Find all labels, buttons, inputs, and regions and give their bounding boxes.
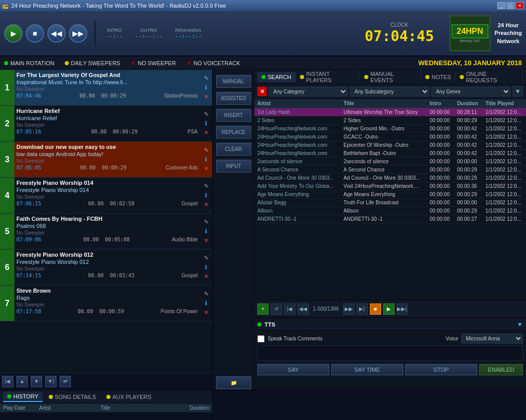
play-button[interactable]: ▶ bbox=[4, 24, 23, 43]
folder-icon-btn[interactable]: 📁 bbox=[216, 376, 251, 389]
tts-say-button[interactable]: SAY bbox=[257, 364, 329, 375]
tts-expand-button[interactable]: ▼ bbox=[517, 321, 523, 328]
next-button[interactable]: ▶▶ bbox=[69, 24, 87, 43]
playlist-item-7[interactable]: 7 Steve Brown Rags No Sweeper 07:17:58 0… bbox=[0, 285, 212, 321]
search-result-row-13[interactable]: ANDRETTI-30 -1 ANDRETTI-30 -1 00:00:00 0… bbox=[254, 215, 526, 223]
filter-options-button[interactable]: ▼ bbox=[513, 86, 523, 97]
item-remove-3[interactable]: ✕ bbox=[202, 165, 210, 173]
tts-stop-button[interactable]: STOP bbox=[405, 364, 477, 375]
page-first-button[interactable]: |◀ bbox=[284, 303, 295, 315]
mid-btn-clear[interactable]: CLEAR bbox=[216, 143, 251, 156]
history-tab-history[interactable]: HISTORY bbox=[3, 392, 43, 402]
category-filter[interactable]: Any Category bbox=[269, 87, 348, 97]
item-number-2: 2 bbox=[0, 106, 14, 141]
tab-dot-INSTANT PLAYERS bbox=[300, 75, 304, 79]
search-result-row-11[interactable]: Alistair Begg Truth For Life Broadcast 0… bbox=[254, 199, 526, 207]
tts-speak-checkbox[interactable] bbox=[257, 335, 265, 342]
result-title-4: Epicenter Of Worship -Outro bbox=[341, 141, 427, 149]
item-info-1[interactable]: ℹ bbox=[202, 84, 210, 92]
playlist-item-4[interactable]: 4 Freestyle Piano Worship 014 Freestyle … bbox=[0, 178, 212, 214]
stop-playback-button[interactable]: ■ bbox=[370, 303, 381, 315]
playlist-item-5[interactable]: 5 Faith Comes By Hearing - FCBH Psalms 0… bbox=[0, 214, 212, 250]
search-result-row-2[interactable]: 24HourPreachingNetwork.com Higher Ground… bbox=[254, 125, 526, 133]
stop-button[interactable]: ■ bbox=[26, 24, 44, 43]
history-tab-song-details[interactable]: SONG DETAILS bbox=[45, 392, 100, 402]
maximize-button[interactable]: □ bbox=[506, 2, 515, 9]
tab-dot-SEARCH bbox=[261, 75, 266, 79]
item-edit-6[interactable]: ✎ bbox=[202, 254, 210, 262]
item-edit-7[interactable]: ✎ bbox=[202, 290, 210, 298]
search-tab-notes[interactable]: NOTES bbox=[421, 72, 456, 82]
search-result-row-3[interactable]: 24HourPreachingNetwork.com GCACC -Outro … bbox=[254, 133, 526, 141]
history-tab-aux-players[interactable]: AUX PLAYERS bbox=[102, 392, 156, 402]
minimize-button[interactable]: _ bbox=[497, 2, 505, 9]
refresh-button[interactable]: ↺ bbox=[271, 303, 282, 315]
search-tab-online-requests[interactable]: ONLINE REQUESTS bbox=[456, 69, 523, 85]
item-info-4[interactable]: ℹ bbox=[202, 192, 210, 200]
search-result-row-10[interactable]: Age Means Everything Age Means Everythin… bbox=[254, 190, 526, 199]
item-edit-4[interactable]: ✎ bbox=[202, 182, 210, 190]
mid-btn-input[interactable]: INPUT bbox=[216, 160, 251, 173]
search-result-row-0[interactable]: 1st Lady Hash Ultimate Worship The True … bbox=[254, 108, 526, 117]
search-result-row-12[interactable]: Allison Allison 00:00:00 00:00:29 1/1/20… bbox=[254, 207, 526, 215]
search-result-row-6[interactable]: 2seconds of silence 2seconds of silence … bbox=[254, 158, 526, 166]
tts-say-time-button[interactable]: SAY TIME bbox=[331, 364, 403, 375]
item-info-3[interactable]: ℹ bbox=[202, 156, 210, 164]
item-remove-5[interactable]: ✕ bbox=[202, 237, 210, 245]
subcategory-filter[interactable]: Any Subcategory bbox=[350, 87, 429, 97]
tl-skip-start[interactable]: |◀ bbox=[2, 376, 13, 387]
tts-enabled-button[interactable]: ENABLED bbox=[479, 364, 523, 375]
mid-btn-insert[interactable]: INSERT bbox=[216, 109, 251, 122]
playlist-item-2[interactable]: 2 Hurricane Relief Hurricane Relief No S… bbox=[0, 106, 212, 142]
item-remove-6[interactable]: ✕ bbox=[202, 273, 210, 281]
search-tab-instant-players[interactable]: INSTANT PLAYERS bbox=[296, 69, 360, 85]
result-intro-9: 00:00:00 bbox=[427, 182, 454, 190]
clear-search-button[interactable]: ✕ bbox=[257, 87, 267, 96]
tts-text-area[interactable] bbox=[257, 346, 523, 361]
item-edit-2[interactable]: ✎ bbox=[202, 110, 210, 119]
search-result-row-5[interactable]: 24HourPreachingNetwork.com Bethlehem Bap… bbox=[254, 149, 526, 158]
playlist-item-1[interactable]: 1 For The Largest Variety Of Gospel And … bbox=[0, 70, 212, 106]
tl-move-up[interactable]: ▲ bbox=[16, 376, 28, 387]
search-result-row-7[interactable]: A Second Chance A Second Chance 00:00:00… bbox=[254, 166, 526, 174]
tl-shuffle[interactable]: ⇄ bbox=[60, 376, 71, 387]
item-remove-2[interactable]: ✕ bbox=[202, 129, 210, 137]
page-next-button[interactable]: ▶▶ bbox=[343, 303, 354, 315]
close-button[interactable]: ✕ bbox=[516, 2, 524, 9]
mid-btn-manual[interactable]: MANUAL bbox=[216, 75, 251, 88]
item-remove-1[interactable]: ✕ bbox=[202, 93, 210, 101]
skip-button[interactable]: ▶▶| bbox=[397, 303, 408, 315]
search-tab-search[interactable]: SEARCH bbox=[257, 72, 296, 82]
tl-move-down[interactable]: ▼ bbox=[31, 376, 42, 387]
search-result-row-4[interactable]: 24HourPreachingNetwork.com Epicenter Of … bbox=[254, 141, 526, 149]
item-remove-4[interactable]: ✕ bbox=[202, 201, 210, 209]
item-info-6[interactable]: ℹ bbox=[202, 263, 210, 272]
result-played-12: 1/1/2002 12:0... bbox=[482, 207, 526, 215]
play-selected-button[interactable]: ▶ bbox=[383, 303, 394, 315]
item-info-5[interactable]: ℹ bbox=[202, 227, 210, 236]
add-to-playlist-button[interactable]: + bbox=[257, 303, 269, 315]
page-prev-button[interactable]: ◀◀ bbox=[297, 303, 309, 315]
item-remove-7[interactable]: ✕ bbox=[202, 309, 210, 317]
search-result-row-9[interactable]: Add Your Ministry To Our Globa... Visit … bbox=[254, 182, 526, 190]
playlist-item-3[interactable]: 3 Download our new super easy to use low… bbox=[0, 142, 212, 178]
genre-filter[interactable]: Any Genre bbox=[431, 87, 511, 97]
item-edit-5[interactable]: ✎ bbox=[202, 218, 210, 226]
search-tab-manual-events[interactable]: MANUAL EVENTS bbox=[360, 69, 421, 85]
item-controls-1: ✎ ℹ ✕ bbox=[200, 70, 212, 105]
result-intro-3: 00:00:00 bbox=[427, 133, 454, 141]
page-last-button[interactable]: ▶| bbox=[356, 303, 368, 315]
search-result-row-8[interactable]: Ad Council - One More 30 0303... Ad Coun… bbox=[254, 174, 526, 182]
item-edit-3[interactable]: ✎ bbox=[202, 146, 210, 155]
item-controls-3: ✎ ℹ ✕ bbox=[200, 142, 212, 177]
item-edit-1[interactable]: ✎ bbox=[202, 74, 210, 83]
mid-btn-assisted[interactable]: ASSISTED bbox=[216, 92, 251, 105]
item-info-7[interactable]: ℹ bbox=[202, 299, 210, 308]
playlist-item-6[interactable]: 6 Freestyle Piano Worship 012 Freestyle … bbox=[0, 250, 212, 285]
item-info-2[interactable]: ℹ bbox=[202, 120, 210, 128]
mid-btn-replace[interactable]: REPLACE bbox=[216, 126, 251, 139]
tl-skip-end[interactable]: ▼| bbox=[45, 376, 57, 387]
search-result-row-1[interactable]: 2 Sides 2 Sides 00:00:00 00:00:29 1/1/20… bbox=[254, 117, 526, 125]
tts-voice-select[interactable]: Microsoft Anna bbox=[461, 334, 523, 343]
prev-button[interactable]: ◀◀ bbox=[47, 24, 66, 43]
